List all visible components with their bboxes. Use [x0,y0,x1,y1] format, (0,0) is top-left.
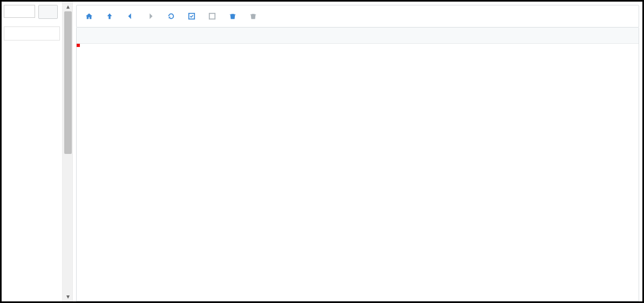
app-frame: ▴ ▾ [0,0,644,303]
toolbar [76,5,639,28]
reload-button[interactable] [162,8,182,25]
scroll-up-icon[interactable]: ▴ [63,2,73,11]
empty-trash-icon [249,12,257,20]
highlight-annotation [77,44,80,47]
up-button[interactable] [100,8,121,25]
select-all-icon [188,12,195,20]
home-button[interactable] [80,8,100,25]
up-icon [106,12,113,20]
scroll-thumb[interactable] [64,11,72,154]
left-pane [2,2,62,301]
reload-icon [167,12,175,20]
file-list [76,28,639,301]
forward-button [141,8,162,25]
collapse-box[interactable] [4,26,60,41]
back-button[interactable] [121,8,141,25]
trash-icon [229,12,236,20]
path-input[interactable] [4,5,35,18]
unselect-all-button [203,8,223,25]
unselect-all-icon [208,12,216,20]
back-icon [126,12,134,20]
svg-rect-1 [209,14,215,19]
main-pane [73,2,642,301]
select-all-button[interactable] [182,8,203,25]
go-button[interactable] [38,5,58,19]
forward-icon [147,12,154,20]
column-header-row [77,28,639,44]
view-trash-button[interactable] [223,8,244,25]
home-icon [85,12,93,20]
empty-trash-button [244,8,265,25]
left-scrollbar[interactable]: ▴ ▾ [62,2,73,301]
scroll-down-icon[interactable]: ▾ [63,292,73,301]
